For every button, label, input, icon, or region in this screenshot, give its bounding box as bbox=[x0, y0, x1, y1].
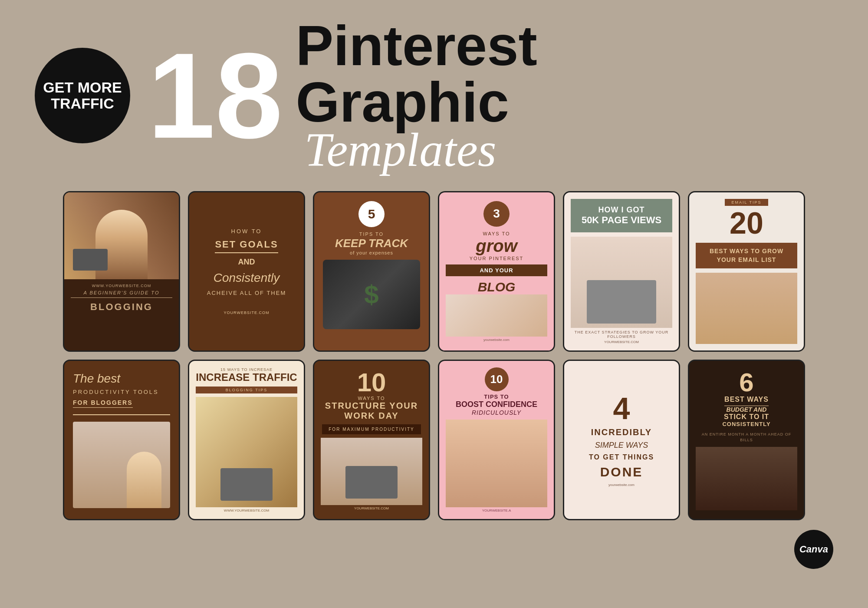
card-budget[interactable]: 6 BEST WAYS BUDGET AND STICK TO IT CONSI… bbox=[688, 360, 805, 520]
card-7-content: The best PRODUCTIVITY TOOLS FOR BLOGGERS bbox=[64, 361, 179, 519]
card-8-blog-badge: BLOGGING TIPS bbox=[196, 387, 297, 393]
card-8-website: WWW.YOURWEBSITE.COM bbox=[196, 509, 297, 512]
card-3-expenses: of your expenses bbox=[350, 250, 393, 255]
card-12-budget-and: BUDGET AND bbox=[727, 406, 767, 413]
card-9-content: 10 WAYS TO STRUCTURE YOUR WORK DAY FOR M… bbox=[314, 361, 429, 519]
card-11-incredibly: INCREDIBLY bbox=[591, 427, 652, 437]
card-7-the-best: The best bbox=[73, 372, 120, 386]
card-11-content: 4 INCREDIBLY SIMPLE WAYS TO GET THINGS D… bbox=[564, 361, 679, 519]
card-increase-traffic[interactable]: 15 WAYS TO INCRESAE INCREASE TRAFFIC BLO… bbox=[188, 360, 305, 520]
card-7-divider bbox=[73, 414, 170, 415]
card-4-your-pinterest: YOUR PINTEREST bbox=[470, 256, 524, 261]
header: GET MORE TRAFFIC 18 Pinterest Graphic Te… bbox=[0, 0, 868, 182]
card-3-keep-track: KEEP TRACK bbox=[335, 237, 408, 250]
card-6-email-badge: EMAIL TIPS bbox=[725, 199, 768, 206]
card-page-views[interactable]: HOW I GOT 50K PAGE VIEWS THE EXACT STRAT… bbox=[563, 191, 680, 352]
card-12-image bbox=[696, 447, 797, 510]
card-set-goals[interactable]: HOW TO SET GOALS AND Consistently ACHEIV… bbox=[188, 191, 305, 352]
card-4-grow: grow bbox=[476, 236, 517, 256]
card-6-grow-box: BEST WAYS TO GROW YOUR EMAIL LIST bbox=[696, 243, 797, 268]
card-3-money-image bbox=[323, 260, 420, 329]
card-productivity[interactable]: The best PRODUCTIVITY TOOLS FOR BLOGGERS bbox=[63, 360, 180, 520]
card-4-blog: BLOG bbox=[478, 280, 516, 294]
card-10-tips: TIPS TO bbox=[484, 393, 509, 400]
card-10-image bbox=[446, 420, 547, 507]
card-7-for-bloggers: FOR BLOGGERS bbox=[73, 399, 133, 408]
card-10-content: 10 TIPS TO BOOST CONFIDENCE RIDICULOUSLY… bbox=[439, 361, 554, 519]
deco-person bbox=[127, 452, 161, 508]
card-10-ridiculously: RIDICULOUSLY bbox=[472, 409, 521, 416]
card-9-image bbox=[321, 438, 422, 505]
card-6-content: EMAIL TIPS 20 BEST WAYS TO GROW YOUR EMA… bbox=[689, 192, 804, 350]
card-boost-confidence[interactable]: 10 TIPS TO BOOST CONFIDENCE RIDICULOUSLY… bbox=[438, 360, 555, 520]
card-11-to-get-things: TO GET THINGS bbox=[589, 453, 654, 461]
card-incredibly-simple[interactable]: 4 INCREDIBLY SIMPLE WAYS TO GET THINGS D… bbox=[563, 360, 680, 520]
card-10-website: YOURWEBSITE.A bbox=[482, 509, 511, 512]
card-8-increase: INCREASE TRAFFIC bbox=[196, 372, 297, 383]
card-11-website: yourwebsite.com bbox=[608, 483, 635, 487]
card-1-title: BLOGGING bbox=[71, 297, 172, 313]
card-12-number: 6 bbox=[739, 370, 753, 396]
card-2-achieve: ACHEIVE ALL OF THEM bbox=[207, 289, 286, 297]
card-7-productivity: PRODUCTIVITY TOOLS bbox=[73, 388, 159, 397]
card-4-image bbox=[446, 294, 547, 337]
card-5-content: HOW I GOT 50K PAGE VIEWS THE EXACT STRAT… bbox=[564, 192, 679, 350]
canva-badge: Canva bbox=[794, 530, 833, 569]
card-3-tips: TIPS TO bbox=[359, 231, 384, 237]
card-3-number: 5 bbox=[358, 201, 385, 227]
card-10-number: 10 bbox=[485, 367, 509, 391]
card-4-ways-to: WAYS TO bbox=[483, 231, 510, 236]
header-line2: Graphic bbox=[296, 74, 537, 130]
card-blogging[interactable]: WWW.YOURWEBSITE.COM A BEGINNER'S GUIDE T… bbox=[63, 191, 180, 352]
card-1-image bbox=[64, 192, 179, 279]
card-5-page-views: 50K PAGE VIEWS bbox=[577, 215, 666, 226]
card-4-number: 3 bbox=[483, 201, 510, 227]
header-title: Pinterest Graphic Templates bbox=[296, 17, 537, 174]
card-5-how-i-got: HOW I GOT bbox=[577, 205, 666, 215]
header-line1: Pinterest bbox=[296, 17, 537, 74]
card-4-and-your: AND YOUR bbox=[446, 264, 547, 276]
header-line3: Templates bbox=[304, 126, 537, 174]
card-4-website: yourwebsite.com bbox=[483, 338, 510, 342]
card-3-content: 5 TIPS TO KEEP TRACK of your expenses bbox=[314, 192, 429, 350]
card-9-ways-to: WAYS TO bbox=[358, 396, 385, 401]
card-6-number: 20 bbox=[730, 208, 763, 238]
card-12-content: 6 BEST WAYS BUDGET AND STICK TO IT CONSI… bbox=[689, 361, 804, 519]
card-grow-pinterest[interactable]: 3 WAYS TO grow YOUR PINTEREST AND YOUR B… bbox=[438, 191, 555, 352]
card-5-laptop-area bbox=[571, 237, 672, 328]
card-12-consistently: CONSISTENTLY bbox=[722, 421, 770, 427]
card-5-website: YOURWEBSITE.COM bbox=[571, 340, 672, 344]
card-2-how-to: HOW TO bbox=[231, 228, 262, 235]
card-4-content: 3 WAYS TO grow YOUR PINTEREST AND YOUR B… bbox=[439, 192, 554, 350]
card-12-stick-to-it: STICK TO IT bbox=[724, 413, 769, 421]
card-9-website: YOURWEBSITE.COM bbox=[354, 506, 389, 510]
card-2-content: HOW TO SET GOALS AND Consistently ACHEIV… bbox=[189, 192, 304, 350]
card-12-month-text: AN ENTIRE MONTH A MONTH AHEAD OF BILLS bbox=[696, 432, 797, 443]
card-2-and: AND bbox=[238, 258, 255, 267]
card-1-guide: A BEGINNER'S GUIDE TO bbox=[71, 290, 172, 295]
header-number: 18 bbox=[148, 44, 283, 147]
card-11-done: DONE bbox=[600, 465, 643, 479]
card-9-structure: STRUCTURE YOUR WORK DAY bbox=[321, 401, 422, 421]
card-7-image bbox=[73, 422, 170, 508]
laptop-shape bbox=[73, 249, 108, 271]
card-9-number: 10 bbox=[357, 370, 386, 396]
card-8-content: 15 WAYS TO INCRESAE INCREASE TRAFFIC BLO… bbox=[189, 361, 304, 519]
cards-container: WWW.YOURWEBSITE.COM A BEGINNER'S GUIDE T… bbox=[0, 182, 868, 529]
card-5-laptop bbox=[587, 280, 656, 324]
card-8-image bbox=[196, 397, 297, 507]
card-keep-track[interactable]: 5 TIPS TO KEEP TRACK of your expenses bbox=[313, 191, 430, 352]
card-5-top: HOW I GOT 50K PAGE VIEWS bbox=[571, 199, 672, 232]
deco-laptop-8 bbox=[220, 468, 273, 501]
card-9-for-max: FOR MAXIMUM PRODUCTIVITY bbox=[322, 424, 421, 434]
card-1-url: WWW.YOURWEBSITE.COM bbox=[71, 284, 172, 288]
card-1-bottom: WWW.YOURWEBSITE.COM A BEGINNER'S GUIDE T… bbox=[64, 279, 179, 317]
card-5-exact: THE EXACT STRATEGIES TO GROW YOUR FOLLOW… bbox=[571, 330, 672, 339]
canva-text: Canva bbox=[799, 544, 828, 555]
card-11-number: 4 bbox=[613, 393, 630, 424]
card-email-tips[interactable]: EMAIL TIPS 20 BEST WAYS TO GROW YOUR EMA… bbox=[688, 191, 805, 352]
card-6-image bbox=[696, 273, 797, 344]
card-structure-work-day[interactable]: 10 WAYS TO STRUCTURE YOUR WORK DAY FOR M… bbox=[313, 360, 430, 520]
card-2-consistently: Consistently bbox=[214, 271, 280, 285]
traffic-circle: GET MORE TRAFFIC bbox=[35, 48, 130, 143]
